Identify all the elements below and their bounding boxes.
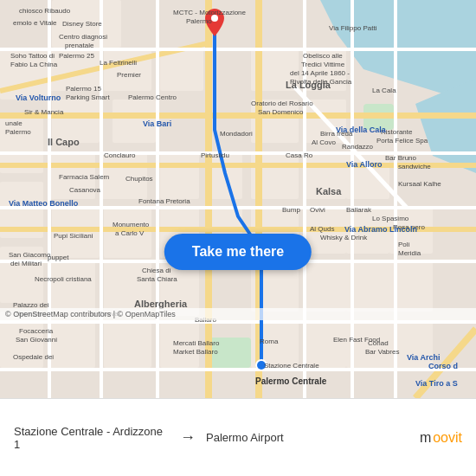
svg-rect-65 (303, 0, 306, 398)
svg-rect-61 (0, 368, 476, 371)
svg-rect-56 (0, 48, 476, 51)
svg-rect-47 (346, 320, 433, 368)
svg-rect-31 (303, 48, 346, 91)
svg-rect-15 (100, 151, 147, 199)
svg-rect-28 (104, 320, 151, 368)
svg-rect-63 (100, 0, 103, 398)
svg-point-69 (211, 15, 218, 22)
svg-rect-50 (0, 113, 476, 119)
svg-rect-58 (0, 206, 476, 209)
route-info: Stazione Centrale - Ardizzone 1 → Palerm… (14, 425, 462, 451)
from-label: Stazione Centrale - Ardizzone 1 (14, 425, 170, 451)
map-container: Disney StoreMCTC - MotorizzazionePalermo… (0, 0, 476, 398)
svg-rect-66 (351, 0, 354, 398)
svg-rect-11 (113, 100, 156, 143)
map-attribution: © OpenStreetMap contributors | © OpenMap… (0, 308, 476, 320)
moovit-rest-letters: oovit (433, 430, 462, 446)
svg-rect-27 (48, 320, 95, 368)
svg-rect-51 (0, 163, 476, 168)
map-svg (0, 0, 476, 398)
svg-rect-18 (160, 151, 199, 199)
svg-rect-23 (48, 260, 95, 312)
moovit-logo: moovit (420, 430, 462, 446)
svg-rect-57 (0, 151, 476, 155)
svg-rect-29 (160, 320, 199, 368)
svg-rect-42 (303, 260, 346, 312)
take-me-there-button[interactable]: Take me there (164, 234, 312, 270)
svg-rect-22 (0, 247, 43, 303)
to-label: Palermo Airport (206, 431, 284, 444)
svg-rect-46 (303, 320, 346, 368)
arrow-icon: → (180, 428, 196, 447)
svg-rect-9 (52, 100, 100, 143)
svg-rect-53 (0, 227, 476, 232)
svg-rect-5 (52, 0, 121, 48)
svg-rect-48 (205, 0, 212, 398)
svg-rect-10 (104, 48, 151, 91)
svg-rect-60 (0, 320, 476, 324)
svg-rect-64 (156, 0, 159, 398)
svg-point-71 (257, 361, 266, 370)
svg-rect-3 (208, 338, 251, 368)
svg-rect-62 (48, 0, 51, 398)
bottom-bar: Stazione Centrale - Ardizzone 1 → Palerm… (0, 398, 476, 476)
svg-rect-35 (303, 151, 346, 199)
svg-rect-14 (48, 151, 95, 199)
svg-rect-67 (394, 0, 397, 398)
moovit-m-letter: m (420, 430, 431, 446)
